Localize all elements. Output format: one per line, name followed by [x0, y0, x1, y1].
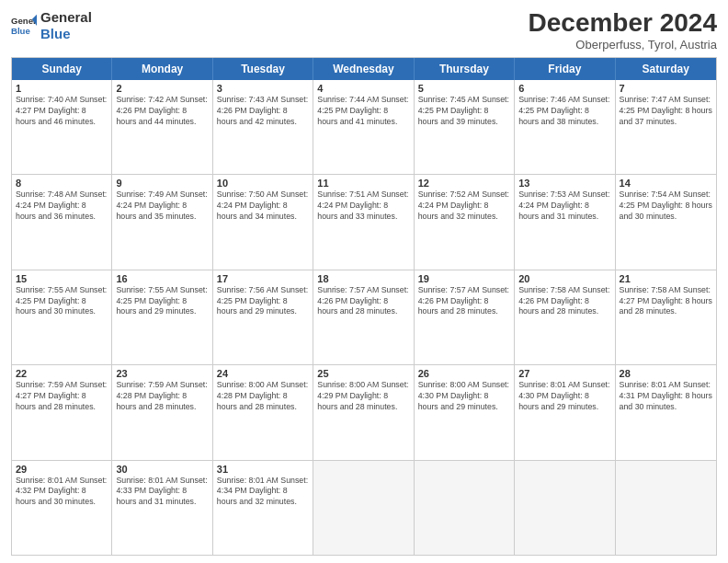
day-number: 29	[16, 464, 108, 475]
day-info: Sunrise: 7:42 AM Sunset: 4:26 PM Dayligh…	[116, 95, 208, 128]
calendar-cell-day-4: 4Sunrise: 7:44 AM Sunset: 4:25 PM Daylig…	[313, 80, 414, 174]
day-number: 25	[317, 368, 409, 379]
day-number: 17	[217, 273, 309, 284]
day-number: 2	[116, 83, 208, 94]
day-info: Sunrise: 7:51 AM Sunset: 4:24 PM Dayligh…	[317, 190, 409, 223]
day-info: Sunrise: 8:00 AM Sunset: 4:28 PM Dayligh…	[217, 380, 309, 413]
day-info: Sunrise: 7:55 AM Sunset: 4:25 PM Dayligh…	[16, 285, 108, 318]
day-number: 7	[620, 83, 712, 94]
calendar-week-4: 22Sunrise: 7:59 AM Sunset: 4:27 PM Dayli…	[12, 364, 716, 459]
day-info: Sunrise: 7:47 AM Sunset: 4:25 PM Dayligh…	[620, 95, 712, 128]
day-number: 4	[317, 83, 409, 94]
day-info: Sunrise: 8:01 AM Sunset: 4:33 PM Dayligh…	[116, 476, 208, 509]
day-number: 28	[620, 368, 712, 379]
day-info: Sunrise: 7:53 AM Sunset: 4:24 PM Dayligh…	[518, 190, 610, 223]
day-number: 13	[518, 178, 610, 189]
calendar-cell-day-2: 2Sunrise: 7:42 AM Sunset: 4:26 PM Daylig…	[112, 80, 212, 174]
calendar-cell-day-6: 6Sunrise: 7:46 AM Sunset: 4:25 PM Daylig…	[515, 80, 615, 174]
weekday-saturday: Saturday	[616, 58, 716, 80]
calendar-cell-day-5: 5Sunrise: 7:45 AM Sunset: 4:25 PM Daylig…	[415, 80, 515, 174]
calendar-cell-day-9: 9Sunrise: 7:49 AM Sunset: 4:24 PM Daylig…	[112, 175, 212, 269]
day-number: 19	[418, 273, 510, 284]
calendar-cell-day-24: 24Sunrise: 8:00 AM Sunset: 4:28 PM Dayli…	[213, 365, 313, 459]
day-number: 8	[16, 178, 108, 189]
day-info: Sunrise: 7:59 AM Sunset: 4:27 PM Dayligh…	[16, 380, 108, 413]
day-number: 22	[16, 368, 108, 379]
svg-text:Blue: Blue	[11, 26, 30, 36]
calendar-cell-day-14: 14Sunrise: 7:54 AM Sunset: 4:25 PM Dayli…	[616, 175, 716, 269]
calendar-cell-day-25: 25Sunrise: 8:00 AM Sunset: 4:29 PM Dayli…	[313, 365, 414, 459]
calendar-cell-empty	[616, 461, 716, 555]
day-number: 10	[217, 178, 309, 189]
calendar-week-1: 1Sunrise: 7:40 AM Sunset: 4:27 PM Daylig…	[12, 80, 716, 174]
day-number: 5	[418, 83, 510, 94]
title-block: December 2024 Oberperfuss, Tyrol, Austri…	[529, 9, 717, 52]
calendar-cell-day-19: 19Sunrise: 7:57 AM Sunset: 4:26 PM Dayli…	[415, 270, 515, 364]
calendar-header: Sunday Monday Tuesday Wednesday Thursday…	[12, 58, 716, 80]
calendar: Sunday Monday Tuesday Wednesday Thursday…	[11, 57, 717, 556]
calendar-week-3: 15Sunrise: 7:55 AM Sunset: 4:25 PM Dayli…	[12, 270, 716, 364]
weekday-monday: Monday	[112, 58, 212, 80]
day-number: 3	[217, 83, 309, 94]
calendar-cell-day-29: 29Sunrise: 8:01 AM Sunset: 4:32 PM Dayli…	[12, 461, 112, 555]
location-subtitle: Oberperfuss, Tyrol, Austria	[529, 38, 717, 52]
day-info: Sunrise: 7:49 AM Sunset: 4:24 PM Dayligh…	[116, 190, 208, 223]
day-info: Sunrise: 7:57 AM Sunset: 4:26 PM Dayligh…	[418, 285, 510, 318]
weekday-wednesday: Wednesday	[313, 58, 414, 80]
day-number: 1	[16, 83, 108, 94]
day-info: Sunrise: 7:43 AM Sunset: 4:26 PM Dayligh…	[217, 95, 309, 128]
day-info: Sunrise: 7:52 AM Sunset: 4:24 PM Dayligh…	[418, 190, 510, 223]
svg-text:General: General	[11, 16, 37, 26]
calendar-cell-day-16: 16Sunrise: 7:55 AM Sunset: 4:25 PM Dayli…	[112, 270, 212, 364]
logo-text: General Blue	[40, 9, 92, 42]
weekday-tuesday: Tuesday	[213, 58, 313, 80]
calendar-cell-day-8: 8Sunrise: 7:48 AM Sunset: 4:24 PM Daylig…	[12, 175, 112, 269]
day-number: 26	[418, 368, 510, 379]
day-info: Sunrise: 8:01 AM Sunset: 4:32 PM Dayligh…	[16, 476, 108, 509]
calendar-cell-day-3: 3Sunrise: 7:43 AM Sunset: 4:26 PM Daylig…	[213, 80, 313, 174]
day-number: 30	[116, 464, 208, 475]
calendar-cell-day-28: 28Sunrise: 8:01 AM Sunset: 4:31 PM Dayli…	[616, 365, 716, 459]
calendar-cell-day-13: 13Sunrise: 7:53 AM Sunset: 4:24 PM Dayli…	[515, 175, 615, 269]
day-number: 18	[317, 273, 409, 284]
day-info: Sunrise: 8:00 AM Sunset: 4:30 PM Dayligh…	[418, 380, 510, 413]
calendar-cell-day-27: 27Sunrise: 8:01 AM Sunset: 4:30 PM Dayli…	[515, 365, 615, 459]
calendar-cell-empty	[515, 461, 615, 555]
weekday-sunday: Sunday	[12, 58, 112, 80]
day-info: Sunrise: 7:54 AM Sunset: 4:25 PM Dayligh…	[620, 190, 712, 223]
day-number: 6	[518, 83, 610, 94]
day-info: Sunrise: 7:55 AM Sunset: 4:25 PM Dayligh…	[116, 285, 208, 318]
calendar-cell-day-11: 11Sunrise: 7:51 AM Sunset: 4:24 PM Dayli…	[313, 175, 414, 269]
day-info: Sunrise: 7:45 AM Sunset: 4:25 PM Dayligh…	[418, 95, 510, 128]
day-info: Sunrise: 7:58 AM Sunset: 4:27 PM Dayligh…	[620, 285, 712, 318]
calendar-cell-day-15: 15Sunrise: 7:55 AM Sunset: 4:25 PM Dayli…	[12, 270, 112, 364]
logo: General Blue General Blue	[11, 9, 92, 42]
calendar-cell-day-17: 17Sunrise: 7:56 AM Sunset: 4:25 PM Dayli…	[213, 270, 313, 364]
day-number: 23	[116, 368, 208, 379]
calendar-cell-day-10: 10Sunrise: 7:50 AM Sunset: 4:24 PM Dayli…	[213, 175, 313, 269]
day-info: Sunrise: 7:44 AM Sunset: 4:25 PM Dayligh…	[317, 95, 409, 128]
logo-icon: General Blue	[11, 13, 37, 39]
day-number: 31	[217, 464, 309, 475]
day-info: Sunrise: 7:57 AM Sunset: 4:26 PM Dayligh…	[317, 285, 409, 318]
calendar-cell-day-12: 12Sunrise: 7:52 AM Sunset: 4:24 PM Dayli…	[415, 175, 515, 269]
logo-line1: General	[40, 9, 92, 26]
calendar-week-5: 29Sunrise: 8:01 AM Sunset: 4:32 PM Dayli…	[12, 460, 716, 555]
day-info: Sunrise: 8:01 AM Sunset: 4:34 PM Dayligh…	[217, 476, 309, 509]
calendar-cell-day-7: 7Sunrise: 7:47 AM Sunset: 4:25 PM Daylig…	[616, 80, 716, 174]
day-info: Sunrise: 7:48 AM Sunset: 4:24 PM Dayligh…	[16, 190, 108, 223]
calendar-cell-day-30: 30Sunrise: 8:01 AM Sunset: 4:33 PM Dayli…	[112, 461, 212, 555]
calendar-cell-empty	[415, 461, 515, 555]
calendar-cell-day-20: 20Sunrise: 7:58 AM Sunset: 4:26 PM Dayli…	[515, 270, 615, 364]
calendar-cell-day-21: 21Sunrise: 7:58 AM Sunset: 4:27 PM Dayli…	[616, 270, 716, 364]
calendar-week-2: 8Sunrise: 7:48 AM Sunset: 4:24 PM Daylig…	[12, 174, 716, 269]
day-number: 11	[317, 178, 409, 189]
day-info: Sunrise: 7:46 AM Sunset: 4:25 PM Dayligh…	[518, 95, 610, 128]
day-info: Sunrise: 7:59 AM Sunset: 4:28 PM Dayligh…	[116, 380, 208, 413]
calendar-body: 1Sunrise: 7:40 AM Sunset: 4:27 PM Daylig…	[12, 80, 716, 555]
month-title: December 2024	[529, 9, 717, 38]
day-number: 27	[518, 368, 610, 379]
day-number: 12	[418, 178, 510, 189]
day-info: Sunrise: 7:40 AM Sunset: 4:27 PM Dayligh…	[16, 95, 108, 128]
calendar-cell-day-23: 23Sunrise: 7:59 AM Sunset: 4:28 PM Dayli…	[112, 365, 212, 459]
